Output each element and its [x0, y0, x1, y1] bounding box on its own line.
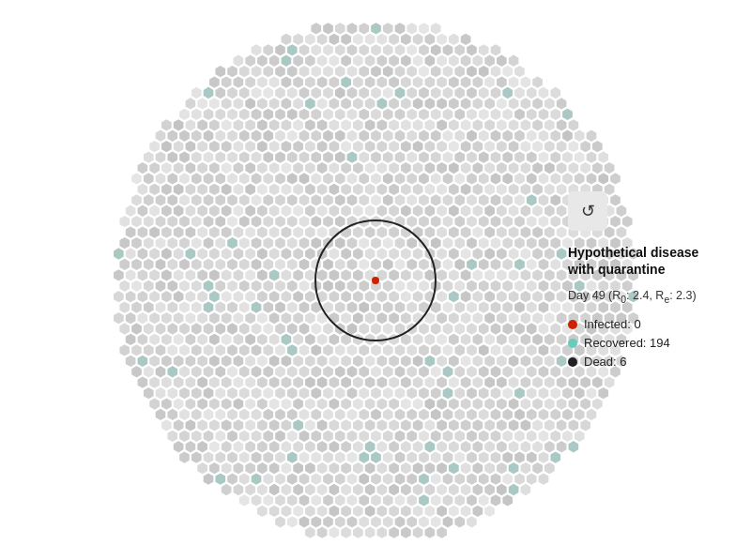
simulation-area — [113, 18, 638, 543]
simulation-title: Hypothetical disease with quarantine — [568, 244, 732, 278]
title-line1: Hypothetical disease — [568, 244, 732, 261]
day-info: Day 49 (R0: 2.4, Re: 2.3) — [568, 289, 732, 305]
recovered-dot-legend — [568, 339, 577, 348]
reset-icon: ↺ — [581, 201, 595, 221]
reset-button[interactable]: ↺ — [568, 191, 607, 231]
legend: Infected: 0 Recovered: 194 Dead: 6 — [568, 317, 732, 369]
recovered-label: Recovered: 194 — [584, 336, 670, 350]
legend-dead: Dead: 6 — [568, 355, 732, 369]
title-line2: with quarantine — [568, 261, 732, 278]
infected-dot-legend — [568, 320, 577, 329]
infected-label: Infected: 0 — [584, 317, 641, 331]
info-panel: ↺ Hypothetical disease with quarantine D… — [568, 191, 732, 370]
main-container: ↺ Hypothetical disease with quarantine D… — [0, 0, 751, 560]
dead-label: Dead: 6 — [584, 355, 627, 369]
dead-dot-legend — [568, 357, 577, 367]
legend-recovered: Recovered: 194 — [568, 336, 732, 350]
infected-dot — [372, 277, 379, 284]
legend-infected: Infected: 0 — [568, 317, 732, 331]
